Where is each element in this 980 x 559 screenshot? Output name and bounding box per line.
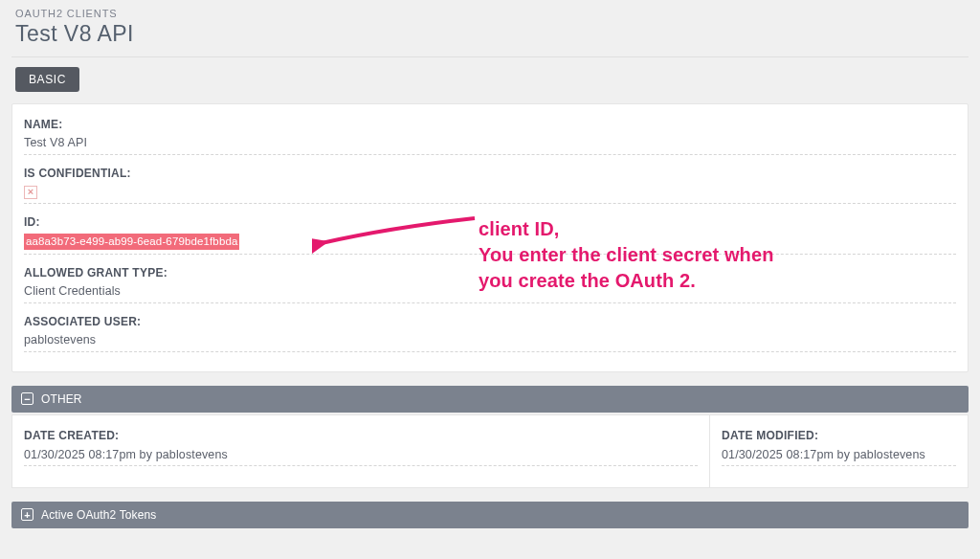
value-date-created: 01/30/2025 08:17pm by pablostevens	[24, 448, 698, 466]
expand-icon: +	[21, 508, 33, 521]
field-user: ASSOCIATED USER: pablostevens	[24, 315, 956, 352]
label-id: ID:	[24, 215, 956, 234]
tab-basic[interactable]: BASIC	[15, 67, 79, 92]
field-name: NAME: Test V8 API	[24, 118, 956, 155]
tab-row: BASIC	[11, 57, 969, 103]
field-confidential: IS CONFIDENTIAL: ×	[24, 167, 956, 204]
field-grant: ALLOWED GRANT TYPE: Client Credentials	[24, 266, 956, 303]
label-user: ASSOCIATED USER:	[24, 315, 956, 333]
meta-panel: DATE CREATED: 01/30/2025 08:17pm by pabl…	[11, 414, 969, 488]
value-id[interactable]: aa8a3b73-e499-ab99-6ead-679bde1fbbda	[24, 234, 239, 250]
page-title: Test V8 API	[11, 21, 969, 56]
value-name: Test V8 API	[24, 136, 956, 155]
value-confidential: ×	[24, 185, 956, 204]
value-id-row: aa8a3b73-e499-ab99-6ead-679bde1fbbda	[24, 234, 956, 255]
section-tokens[interactable]: + Active OAuth2 Tokens	[11, 502, 969, 528]
breadcrumb[interactable]: OAUTH2 CLIENTS	[11, 0, 969, 21]
value-grant: Client Credentials	[24, 284, 956, 303]
collapse-icon: −	[21, 392, 33, 405]
section-other[interactable]: − OTHER	[11, 386, 969, 413]
label-name: NAME:	[24, 118, 956, 136]
value-user[interactable]: pablostevens	[24, 333, 956, 352]
basic-panel: NAME: Test V8 API IS CONFIDENTIAL: × ID:…	[11, 103, 969, 372]
field-id: ID: aa8a3b73-e499-ab99-6ead-679bde1fbbda	[24, 215, 956, 255]
x-icon: ×	[24, 186, 37, 199]
label-grant: ALLOWED GRANT TYPE:	[24, 266, 956, 284]
section-other-label: OTHER	[41, 392, 82, 406]
label-date-created: DATE CREATED:	[24, 429, 698, 448]
section-tokens-label: Active OAuth2 Tokens	[41, 508, 156, 522]
label-date-modified: DATE MODIFIED:	[722, 429, 956, 448]
value-date-modified: 01/30/2025 08:17pm by pablostevens	[722, 448, 956, 466]
label-confidential: IS CONFIDENTIAL:	[24, 167, 956, 185]
